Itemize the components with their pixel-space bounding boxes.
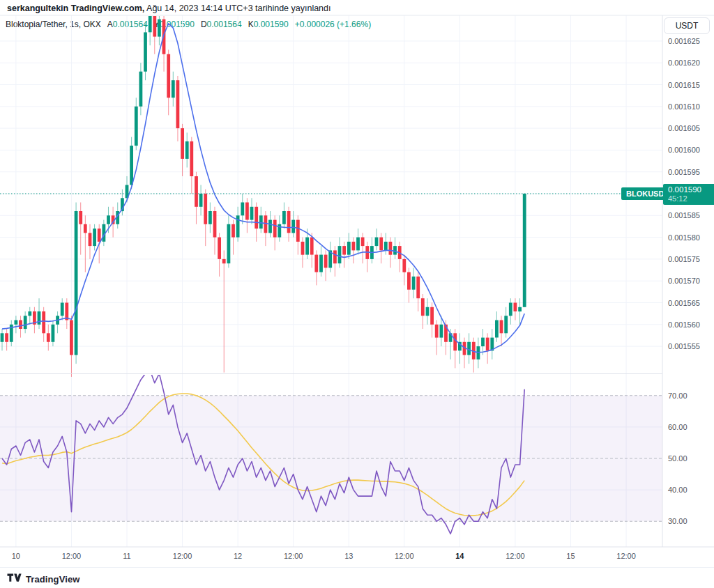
price-axis-label: 0.001620 — [668, 59, 700, 67]
price-axis-label: 0.001615 — [668, 81, 700, 89]
price-axis-label: 0.001580 — [668, 233, 700, 242]
tradingview-published-chart: serkangultekin TradingView.com, Ağu 14, … — [0, 0, 714, 588]
time-axis-label: 12:00 — [500, 552, 531, 560]
time-axis-label: 12 — [222, 552, 253, 560]
time-axis-label: 11 — [112, 552, 142, 560]
time-axis-label: 10 — [1, 552, 31, 560]
chart-svg[interactable] — [0, 0, 714, 588]
time-axis-label: 12:00 — [167, 552, 198, 560]
tradingview-brand[interactable]: TradingView — [26, 574, 79, 585]
rsi-axis-label: 60.00 — [668, 423, 688, 431]
price-axis-label: 0.001560 — [668, 320, 700, 329]
time-axis-label: 14 — [444, 552, 475, 560]
time-axis-label: 12:00 — [389, 552, 420, 560]
time-axis-label: 15 — [555, 552, 586, 560]
rsi-axis-label: 40.00 — [668, 486, 688, 494]
rsi-axis-label: 30.00 — [668, 517, 688, 525]
header-byline: serkangultekin TradingView.com, Ağu 14, … — [7, 3, 331, 14]
time-axis-label: 12:00 — [611, 552, 641, 560]
bar-countdown: 45:12 — [668, 194, 714, 203]
rsi-axis-label: 50.00 — [668, 454, 688, 463]
price-axis-label: 0.001605 — [668, 124, 700, 132]
price-axis-label: 0.001555 — [668, 342, 700, 350]
rsi-axis-label: 70.00 — [668, 392, 688, 400]
time-axis-label: 12:00 — [56, 552, 86, 560]
time-axis-label: 12:00 — [278, 552, 309, 560]
price-axis-label: 0.001575 — [668, 255, 700, 263]
price-axis-label: 0.001565 — [668, 299, 700, 307]
price-axis-label: 0.001595 — [668, 168, 700, 176]
price-axis-label: 0.001625 — [668, 37, 700, 45]
currency-toggle-button[interactable]: USDT — [664, 17, 710, 34]
tradingview-logo-icon[interactable] — [7, 573, 22, 585]
price-axis-label: 0.001585 — [668, 211, 700, 219]
author-link[interactable]: serkangultekin TradingView.com, — [7, 3, 144, 13]
last-price-badge: 0.001590 45:12 — [663, 184, 714, 205]
last-price-value: 0.001590 — [668, 185, 714, 194]
price-axis-label: 0.001610 — [668, 102, 700, 111]
price-axis-label: 0.001600 — [668, 146, 700, 154]
price-axis-label: 0.001570 — [668, 277, 700, 285]
footer: TradingView — [7, 573, 79, 585]
published-timestamp: Ağu 14, 2023 14:14 UTC+3 tarihinde yayın… — [144, 3, 331, 13]
time-axis-label: 13 — [333, 552, 364, 560]
